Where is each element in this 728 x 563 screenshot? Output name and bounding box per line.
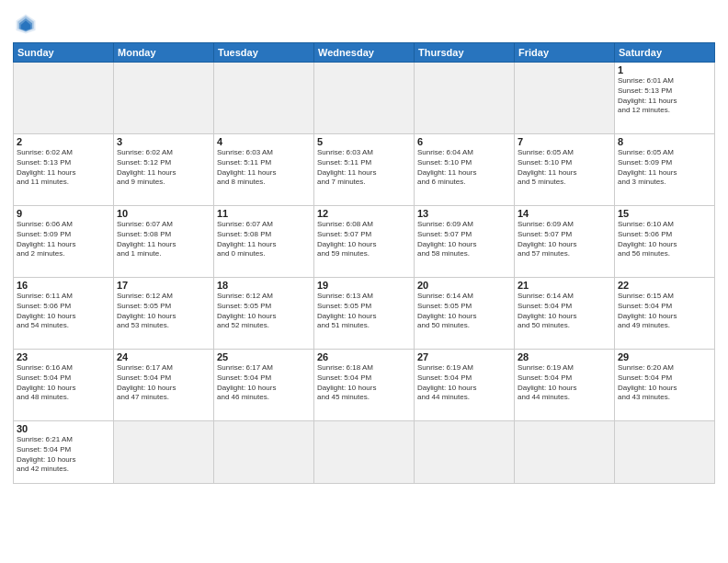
day-number: 23 — [17, 351, 110, 362]
calendar-table: SundayMondayTuesdayWednesdayThursdayFrid… — [13, 42, 715, 484]
day-number: 21 — [518, 280, 611, 291]
day-number: 13 — [417, 208, 511, 219]
day-info: Sunrise: 6:12 AM Sunset: 5:05 PM Dayligh… — [117, 292, 210, 331]
day-info: Sunrise: 6:16 AM Sunset: 5:04 PM Dayligh… — [17, 363, 110, 403]
calendar-cell — [515, 63, 615, 134]
day-info: Sunrise: 6:01 AM Sunset: 5:13 PM Dayligh… — [618, 76, 711, 116]
day-number: 7 — [518, 136, 611, 147]
calendar-cell: 27Sunrise: 6:19 AM Sunset: 5:04 PM Dayli… — [415, 350, 515, 421]
day-number: 22 — [618, 280, 711, 291]
calendar-cell — [314, 421, 415, 484]
day-number: 6 — [417, 136, 511, 147]
weekday-wednesday: Wednesday — [314, 43, 415, 63]
day-number: 17 — [117, 280, 210, 291]
day-number: 25 — [217, 351, 311, 362]
calendar-cell: 5Sunrise: 6:03 AM Sunset: 5:11 PM Daylig… — [314, 134, 415, 206]
day-number: 27 — [417, 351, 511, 362]
day-info: Sunrise: 6:05 AM Sunset: 5:10 PM Dayligh… — [518, 148, 611, 188]
calendar-week-5: 30Sunrise: 6:21 AM Sunset: 5:04 PM Dayli… — [14, 421, 715, 484]
day-info: Sunrise: 6:09 AM Sunset: 5:07 PM Dayligh… — [518, 220, 611, 259]
calendar-cell: 12Sunrise: 6:08 AM Sunset: 5:07 PM Dayli… — [314, 206, 415, 278]
day-info: Sunrise: 6:18 AM Sunset: 5:04 PM Dayligh… — [317, 363, 411, 403]
day-number: 9 — [17, 208, 110, 219]
weekday-friday: Friday — [515, 43, 615, 63]
day-info: Sunrise: 6:05 AM Sunset: 5:09 PM Dayligh… — [618, 148, 711, 188]
calendar-cell — [515, 421, 615, 484]
calendar-cell: 16Sunrise: 6:11 AM Sunset: 5:06 PM Dayli… — [14, 278, 114, 350]
day-number: 2 — [17, 136, 110, 147]
calendar-cell — [314, 63, 415, 134]
day-number: 15 — [618, 208, 711, 219]
weekday-header-row: SundayMondayTuesdayWednesdayThursdayFrid… — [14, 43, 715, 63]
calendar-cell: 28Sunrise: 6:19 AM Sunset: 5:04 PM Dayli… — [515, 350, 615, 421]
calendar-cell: 11Sunrise: 6:07 AM Sunset: 5:08 PM Dayli… — [214, 206, 314, 278]
calendar-cell — [415, 421, 515, 484]
day-number: 11 — [217, 208, 311, 219]
day-info: Sunrise: 6:19 AM Sunset: 5:04 PM Dayligh… — [518, 363, 611, 403]
calendar-week-0: 1Sunrise: 6:01 AM Sunset: 5:13 PM Daylig… — [14, 63, 715, 134]
day-info: Sunrise: 6:06 AM Sunset: 5:09 PM Dayligh… — [17, 220, 110, 259]
day-info: Sunrise: 6:03 AM Sunset: 5:11 PM Dayligh… — [217, 148, 311, 188]
day-info: Sunrise: 6:11 AM Sunset: 5:06 PM Dayligh… — [17, 292, 110, 331]
calendar-cell: 22Sunrise: 6:15 AM Sunset: 5:04 PM Dayli… — [615, 278, 715, 350]
day-number: 4 — [217, 136, 311, 147]
calendar-cell: 6Sunrise: 6:04 AM Sunset: 5:10 PM Daylig… — [415, 134, 515, 206]
calendar-cell: 2Sunrise: 6:02 AM Sunset: 5:13 PM Daylig… — [14, 134, 114, 206]
weekday-tuesday: Tuesday — [214, 43, 314, 63]
calendar-cell — [214, 63, 314, 134]
day-info: Sunrise: 6:13 AM Sunset: 5:05 PM Dayligh… — [317, 292, 411, 331]
calendar-cell: 7Sunrise: 6:05 AM Sunset: 5:10 PM Daylig… — [515, 134, 615, 206]
calendar-cell — [14, 63, 114, 134]
day-number: 16 — [17, 280, 110, 291]
calendar-cell: 8Sunrise: 6:05 AM Sunset: 5:09 PM Daylig… — [615, 134, 715, 206]
day-number: 14 — [518, 208, 611, 219]
day-number: 18 — [217, 280, 311, 291]
calendar-cell: 13Sunrise: 6:09 AM Sunset: 5:07 PM Dayli… — [415, 206, 515, 278]
day-number: 26 — [317, 351, 411, 362]
day-info: Sunrise: 6:07 AM Sunset: 5:08 PM Dayligh… — [217, 220, 311, 259]
day-info: Sunrise: 6:02 AM Sunset: 5:12 PM Dayligh… — [117, 148, 210, 188]
calendar-week-3: 16Sunrise: 6:11 AM Sunset: 5:06 PM Dayli… — [14, 278, 715, 350]
day-info: Sunrise: 6:17 AM Sunset: 5:04 PM Dayligh… — [217, 363, 311, 403]
calendar-cell: 24Sunrise: 6:17 AM Sunset: 5:04 PM Dayli… — [114, 350, 214, 421]
weekday-monday: Monday — [114, 43, 214, 63]
day-number: 5 — [317, 136, 411, 147]
day-number: 30 — [17, 423, 110, 434]
weekday-sunday: Sunday — [14, 43, 114, 63]
day-info: Sunrise: 6:14 AM Sunset: 5:04 PM Dayligh… — [518, 292, 611, 331]
calendar-cell — [214, 421, 314, 484]
calendar-week-4: 23Sunrise: 6:16 AM Sunset: 5:04 PM Dayli… — [14, 350, 715, 421]
day-info: Sunrise: 6:04 AM Sunset: 5:10 PM Dayligh… — [417, 148, 511, 188]
day-number: 29 — [618, 351, 711, 362]
calendar-cell: 18Sunrise: 6:12 AM Sunset: 5:05 PM Dayli… — [214, 278, 314, 350]
day-number: 24 — [117, 351, 210, 362]
day-info: Sunrise: 6:02 AM Sunset: 5:13 PM Dayligh… — [17, 148, 110, 188]
day-number: 19 — [317, 280, 411, 291]
day-number: 12 — [317, 208, 411, 219]
calendar-cell: 10Sunrise: 6:07 AM Sunset: 5:08 PM Dayli… — [114, 206, 214, 278]
calendar-cell: 29Sunrise: 6:20 AM Sunset: 5:04 PM Dayli… — [615, 350, 715, 421]
calendar-cell: 17Sunrise: 6:12 AM Sunset: 5:05 PM Dayli… — [114, 278, 214, 350]
day-number: 20 — [417, 280, 511, 291]
calendar-cell: 26Sunrise: 6:18 AM Sunset: 5:04 PM Dayli… — [314, 350, 415, 421]
calendar-cell: 15Sunrise: 6:10 AM Sunset: 5:06 PM Dayli… — [615, 206, 715, 278]
calendar-cell: 14Sunrise: 6:09 AM Sunset: 5:07 PM Dayli… — [515, 206, 615, 278]
weekday-saturday: Saturday — [615, 43, 715, 63]
day-number: 1 — [618, 64, 711, 75]
day-info: Sunrise: 6:10 AM Sunset: 5:06 PM Dayligh… — [618, 220, 711, 259]
day-info: Sunrise: 6:21 AM Sunset: 5:04 PM Dayligh… — [17, 435, 110, 475]
day-info: Sunrise: 6:07 AM Sunset: 5:08 PM Dayligh… — [117, 220, 210, 259]
logo-area — [13, 9, 42, 37]
day-info: Sunrise: 6:19 AM Sunset: 5:04 PM Dayligh… — [417, 363, 511, 403]
calendar-cell: 1Sunrise: 6:01 AM Sunset: 5:13 PM Daylig… — [615, 63, 715, 134]
page: SundayMondayTuesdayWednesdayThursdayFrid… — [0, 0, 728, 563]
calendar-cell: 9Sunrise: 6:06 AM Sunset: 5:09 PM Daylig… — [14, 206, 114, 278]
day-number: 10 — [117, 208, 210, 219]
day-info: Sunrise: 6:12 AM Sunset: 5:05 PM Dayligh… — [217, 292, 311, 331]
day-info: Sunrise: 6:14 AM Sunset: 5:05 PM Dayligh… — [417, 292, 511, 331]
day-info: Sunrise: 6:03 AM Sunset: 5:11 PM Dayligh… — [317, 148, 411, 188]
calendar-cell: 23Sunrise: 6:16 AM Sunset: 5:04 PM Dayli… — [14, 350, 114, 421]
calendar-cell: 19Sunrise: 6:13 AM Sunset: 5:05 PM Dayli… — [314, 278, 415, 350]
day-info: Sunrise: 6:20 AM Sunset: 5:04 PM Dayligh… — [618, 363, 711, 403]
calendar-week-2: 9Sunrise: 6:06 AM Sunset: 5:09 PM Daylig… — [14, 206, 715, 278]
